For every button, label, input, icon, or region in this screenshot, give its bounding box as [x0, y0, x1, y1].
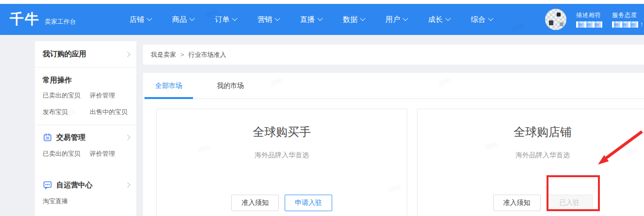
sidebar-section-common-actions: 常用操作: [43, 76, 129, 85]
chevron-down-icon: [445, 15, 451, 20]
sidebar-link-sold-items[interactable]: 已卖出的宝贝: [43, 91, 90, 100]
qianniu-logo[interactable]: 千牛: [10, 10, 40, 29]
sidebar-links: 已卖出的宝贝 评价管理 发布宝贝 出售中的宝贝: [43, 91, 129, 116]
chevron-down-icon: [488, 15, 493, 20]
nav-item-growth[interactable]: 成长: [428, 15, 450, 24]
nav-right-cluster: 描述相符 服务态度 ↑: [545, 4, 643, 35]
chevron-down-icon: [274, 15, 280, 20]
chat-bubble-icon: [43, 180, 52, 190]
breadcrumb-item-seller-home[interactable]: 我是卖家: [151, 50, 176, 59]
entry-notice-button[interactable]: 准入须知: [231, 195, 279, 211]
card-title: 全球购买手: [157, 124, 407, 140]
tab-my-markets[interactable]: 我的市场: [206, 73, 255, 99]
chevron-down-icon: [402, 15, 408, 20]
nav-item-user[interactable]: 用户: [386, 15, 407, 24]
card-subtitle: 海外品牌入华首选: [157, 151, 407, 160]
nav-item-label: 用户: [386, 15, 400, 24]
rating-description-match: 描述相符: [576, 11, 602, 28]
card-buttons: 准入须知 申请入驻: [157, 195, 407, 211]
sidebar-item-purchased-apps[interactable]: 我订购的应用: [43, 41, 129, 67]
nav-item-shop[interactable]: 店铺: [129, 15, 151, 24]
chevron-down-icon: [232, 15, 237, 20]
main-panel: 全部市场 我的市场 全球购买手 海外品牌入华首选 准入须知 申请入驻 全球购店铺…: [143, 73, 644, 216]
chevron-down-icon: [146, 15, 152, 20]
calendar-icon: [43, 133, 52, 142]
top-navbar: 千牛 卖家工作台 店铺 商品 订单 营销 直播 数据 用户 成长 综合 描述相符…: [0, 4, 644, 35]
nav-item-label: 商品: [172, 15, 187, 24]
rating-label: 描述相符: [576, 11, 601, 19]
logo-lockup[interactable]: 千牛 卖家工作台: [10, 4, 76, 35]
nav-item-label: 营销: [258, 15, 272, 24]
chevron-down-icon: [317, 15, 322, 20]
avatar[interactable]: [545, 9, 566, 30]
nav-item-label: 店铺: [129, 15, 144, 24]
card-buttons: 准入须知 已入驻: [418, 195, 644, 211]
sidebar-section-label: 交易管理: [56, 133, 122, 142]
nav-item-marketing[interactable]: 营销: [258, 15, 279, 24]
divider: [35, 67, 136, 67]
chevron-right-icon: [125, 182, 130, 187]
page: 千牛 卖家工作台 店铺 商品 订单 营销 直播 数据 用户 成长 综合 描述相符…: [0, 0, 644, 216]
breadcrumb-separator: >: [180, 51, 184, 58]
chevron-down-icon: [189, 15, 194, 20]
breadcrumb-item-industry-market-entry: 行业市场准入: [189, 50, 226, 59]
sidebar-links: 淘宝直播: [43, 197, 129, 206]
chevron-right-icon: [125, 134, 130, 140]
market-card-global-shop: 全球购店铺 海外品牌入华首选 准入须知 已入驻: [417, 109, 644, 216]
sidebar-section-self-operation-center[interactable]: 自运营中心: [43, 180, 129, 190]
sidebar-link-taobao-live[interactable]: 淘宝直播: [43, 197, 129, 206]
sidebar-section-trade-management[interactable]: 交易管理: [43, 133, 129, 142]
nav-item-product[interactable]: 商品: [172, 15, 194, 24]
nav-item-label: 直播: [300, 15, 315, 24]
nav-item-general[interactable]: 综合: [471, 15, 493, 24]
card-subtitle: 海外品牌入华首选: [418, 151, 644, 160]
censored-rating-value: [612, 21, 638, 28]
arrow-up-icon: ↑: [640, 21, 643, 28]
sidebar-link-review-management[interactable]: 评价管理: [90, 91, 129, 100]
sidebar-link-publish-item[interactable]: 发布宝贝: [43, 108, 90, 116]
sidebar-link-sold-items[interactable]: 已卖出的宝贝: [43, 150, 90, 158]
censored-rating-value: [576, 21, 602, 28]
breadcrumb: 我是卖家 > 行业市场准入: [143, 45, 644, 65]
divider: [35, 125, 136, 125]
apply-enroll-button[interactable]: 申请入驻: [285, 195, 332, 211]
rating-service-attitude: 服务态度 ↑: [612, 11, 643, 28]
tab-bar: 全部市场 我的市场: [143, 73, 644, 99]
nav-item-live[interactable]: 直播: [300, 15, 322, 24]
sidebar: 我订购的应用 常用操作 已卖出的宝贝 评价管理 发布宝贝 出售中的宝贝 交易管理…: [35, 41, 136, 216]
sidebar-link-items-on-sale[interactable]: 出售中的宝贝: [90, 108, 129, 116]
logo-subtitle: 卖家工作台: [45, 17, 76, 26]
already-enrolled-button: 已入驻: [547, 195, 593, 211]
nav-item-order[interactable]: 订单: [215, 15, 237, 24]
sidebar-item-label: 我订购的应用: [43, 50, 86, 59]
rating-label: 服务态度: [612, 11, 637, 19]
sidebar-links: 已卖出的宝贝 评价管理: [43, 150, 129, 158]
sidebar-link-review-management[interactable]: 评价管理: [90, 150, 129, 158]
nav-menu: 店铺 商品 订单 营销 直播 数据 用户 成长 综合: [129, 4, 493, 35]
nav-item-label: 数据: [343, 15, 357, 24]
entry-notice-button[interactable]: 准入须知: [493, 195, 541, 211]
nav-item-label: 订单: [215, 15, 229, 24]
market-card-global-buyer: 全球购买手 海外品牌入华首选 准入须知 申请入驻: [156, 109, 407, 216]
sidebar-section-label: 自运营中心: [56, 181, 122, 190]
nav-item-data[interactable]: 数据: [343, 15, 365, 24]
chevron-right-icon: [125, 51, 130, 57]
tab-all-markets[interactable]: 全部市场: [145, 73, 193, 99]
nav-item-label: 成长: [428, 15, 443, 24]
card-title: 全球购店铺: [418, 124, 644, 140]
chevron-down-icon: [360, 15, 365, 20]
nav-item-label: 综合: [471, 15, 485, 24]
